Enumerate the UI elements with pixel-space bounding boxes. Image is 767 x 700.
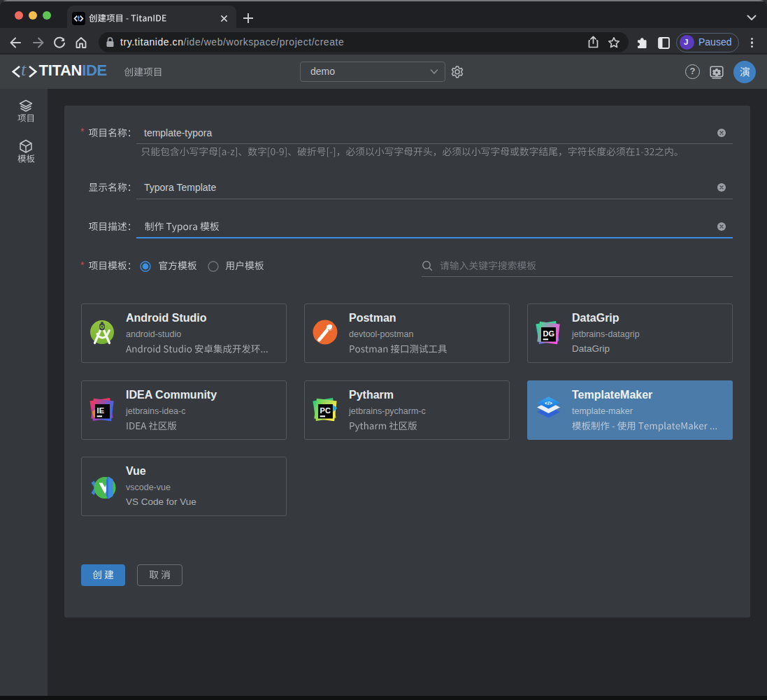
svg-text:DG: DG: [543, 329, 555, 338]
svg-text:</>: </>: [545, 400, 552, 406]
svg-text:IE: IE: [97, 406, 104, 415]
svg-text:PC: PC: [320, 406, 331, 415]
